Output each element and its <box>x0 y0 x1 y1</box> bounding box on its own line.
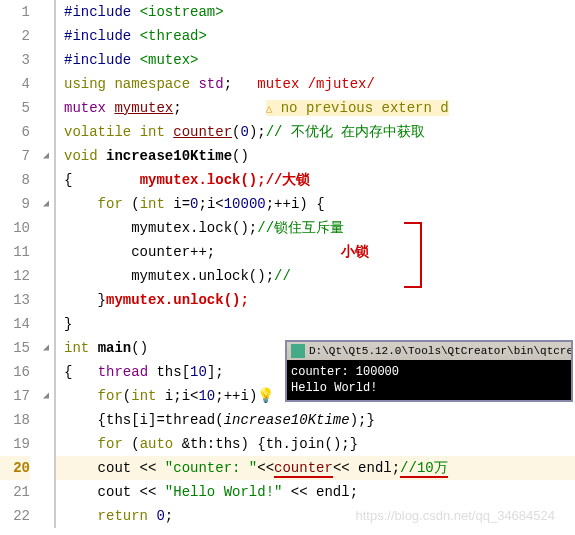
code-line: using namespace std; mutex /mjutex/ <box>54 72 575 96</box>
bulb-icon[interactable]: 💡 <box>257 388 274 404</box>
code-line: for (auto &th:ths) {th.join();} <box>54 432 575 456</box>
code-line: #include <thread> <box>54 24 575 48</box>
red-bracket-annotation <box>404 222 422 288</box>
code-line-current: cout << "counter: "<<counter<< endl;//10… <box>54 456 575 480</box>
code-line: mymutex.lock();//锁住互斥量 <box>54 216 575 240</box>
code-line: {ths[i]=thread(increase10Ktime);} <box>54 408 575 432</box>
line-number-gutter: 12345678910111213141516171819202122 <box>0 0 38 528</box>
console-window[interactable]: D:\Qt\Qt5.12.0\Tools\QtCreator\bin\qtcre… <box>285 340 573 402</box>
code-line: mutex mymutex; △ no previous extern d <box>54 96 575 120</box>
annotation-red: mutex /mjutex/ <box>257 76 375 92</box>
code-line: #include <iostream> <box>54 0 575 24</box>
annotation-unlock: mymutex.unlock(); <box>106 292 249 308</box>
annotation-small-lock: 小锁 <box>341 244 369 260</box>
code-line: for (int i=0;i<10000;++i) { <box>54 192 575 216</box>
annotation-big-lock: mymutex.lock();//大锁 <box>140 172 311 188</box>
code-line: cout << "Hello World!" << endl; <box>54 480 575 504</box>
console-line: counter: 100000 <box>291 364 567 380</box>
fold-gutter[interactable]: ◢◢◢◢ <box>38 0 54 528</box>
console-output: counter: 100000 Hello World! <box>287 360 571 400</box>
console-icon <box>291 344 305 358</box>
warning-text: no previous extern d <box>272 100 448 116</box>
code-line: counter++; 小锁 <box>54 240 575 264</box>
code-line: mymutex.unlock();// <box>54 264 575 288</box>
code-line: } <box>54 312 575 336</box>
console-line: Hello World! <box>291 380 567 396</box>
code-line: #include <mutex> <box>54 48 575 72</box>
code-line: }mymutex.unlock(); <box>54 288 575 312</box>
code-line: volatile int counter(0);// 不优化 在内存中获取 <box>54 120 575 144</box>
code-editor[interactable]: 12345678910111213141516171819202122 ◢◢◢◢… <box>0 0 575 528</box>
watermark: https://blog.csdn.net/qq_34684524 <box>356 508 556 523</box>
console-titlebar[interactable]: D:\Qt\Qt5.12.0\Tools\QtCreator\bin\qtcre… <box>287 342 571 360</box>
code-area[interactable]: #include <iostream> #include <thread> #i… <box>54 0 575 528</box>
code-line: void increase10Ktime() <box>54 144 575 168</box>
code-line: { mymutex.lock();//大锁 <box>54 168 575 192</box>
console-title-text: D:\Qt\Qt5.12.0\Tools\QtCreator\bin\qtcre… <box>309 345 571 357</box>
